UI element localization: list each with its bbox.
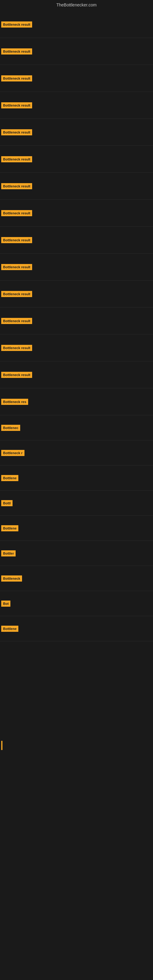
bottleneck-badge[interactable]: Bottleneck result [1,345,32,351]
bottleneck-badge[interactable]: Bot [1,601,10,607]
bottleneck-badge[interactable]: Bottleneck [1,576,22,582]
list-item: Bottleneck result [0,65,153,92]
bottleneck-badge[interactable]: Bottleneck result [1,183,32,189]
bottleneck-badge[interactable]: Bottleneck result [1,264,32,270]
list-item: Bottleneck result [0,307,153,334]
list-item: Bottleneck result [0,361,153,388]
list-item: Bottleneck result [0,254,153,280]
list-item: Bottleneck result [0,200,153,227]
bottleneck-badge[interactable]: Bottleneck result [1,102,32,108]
list-item: Bottl [0,491,153,516]
spacer-section [0,641,153,733]
list-item: Bottleneck result [0,38,153,65]
list-item: Bottleneck result [0,227,153,254]
bottleneck-badge[interactable]: Bottl [1,500,13,506]
bottleneck-badge[interactable]: Bottleneck result [1,291,32,297]
items-container: Bottleneck resultBottleneck resultBottle… [0,10,153,641]
bottleneck-badge[interactable]: Bottleneck r [1,450,24,456]
bottleneck-badge[interactable]: Bottleneck result [1,48,32,54]
bottleneck-badge[interactable]: Bottleneck result [1,318,32,324]
bottleneck-badge[interactable]: Bottlene [1,525,18,531]
bottleneck-badge[interactable]: Bottler [1,550,16,557]
list-item: Bottleneck result [0,92,153,119]
bottleneck-badge[interactable]: Bottleneck result [1,156,32,162]
site-title: TheBottlenecker.com [0,0,153,10]
bottleneck-badge[interactable]: Bottleneck result [1,237,32,243]
small-yellow-bar [1,741,2,750]
bottleneck-badge[interactable]: Bottleneck result [1,129,32,135]
bottleneck-badge[interactable]: Bottleneck result [1,75,32,81]
bottleneck-badge[interactable]: Bottlenec [1,425,20,431]
bottleneck-badge[interactable]: Bottlene [1,626,18,632]
list-item: Bot [0,591,153,616]
bottleneck-badge[interactable]: Bottleneck result [1,372,32,378]
list-item: Bottleneck result [0,146,153,173]
list-item: Bottleneck [0,566,153,591]
list-item: Bottleneck result [0,173,153,200]
bottleneck-badge[interactable]: Bottleneck result [1,210,32,216]
bottleneck-badge[interactable]: Bottleneck res [1,399,28,405]
list-item: Bottleneck result [0,334,153,361]
list-item: Bottler [0,541,153,566]
bottleneck-badge[interactable]: Bottlene [1,475,18,481]
list-item: Bottlene [0,516,153,541]
list-item: Bottlenec [0,415,153,441]
list-item: Bottleneck result [0,11,153,38]
bottom-spacer [0,758,153,980]
list-item: Bottleneck r [0,441,153,466]
bottleneck-badge[interactable]: Bottleneck result [1,21,32,27]
small-badge-area [0,733,153,758]
list-item: Bottleneck result [0,119,153,146]
list-item: Bottlene [0,616,153,641]
list-item: Bottleneck result [0,280,153,307]
list-item: Bottleneck res [0,388,153,415]
list-item: Bottlene [0,466,153,491]
